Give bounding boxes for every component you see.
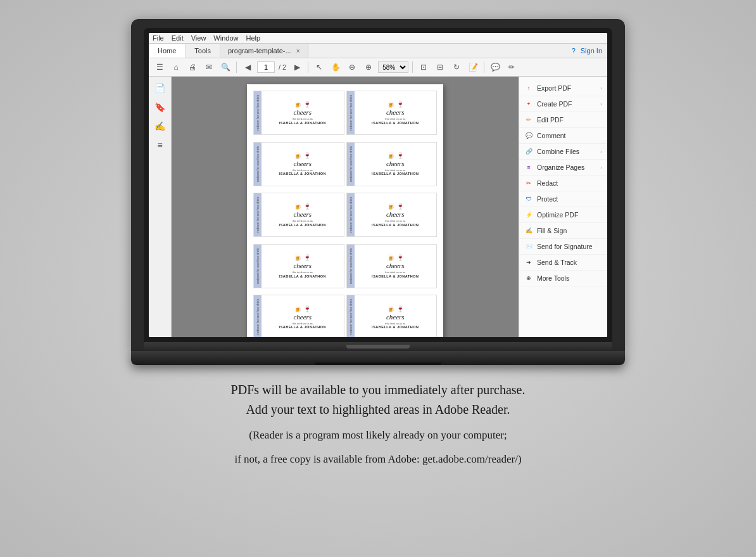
toolbar-next-page[interactable]: ▶ [290, 60, 304, 74]
laptop-screen: File Edit View Window Help Home Tools pr… [149, 33, 607, 337]
sign-in-btn[interactable]: Sign In [581, 47, 602, 54]
export-pdf-btn[interactable]: ↑ Export PDF › [519, 80, 607, 96]
toolbar-rotate[interactable]: ↻ [450, 60, 463, 74]
left-panel-bookmark-icon[interactable]: 🔖 [153, 99, 168, 115]
ticket-6-name: ISABELLA & JONATHON [372, 223, 419, 227]
ticket-5-side: redeem for one free drink [254, 193, 261, 236]
fill-sign-btn[interactable]: ✍ Fill & Sign [519, 223, 607, 239]
toolbar-sep-4 [484, 61, 484, 73]
toolbar-cursor[interactable]: ↖ [312, 60, 326, 74]
ticket-2: redeem for one free drink 🍺 🍷 cheers th [346, 91, 438, 135]
help-icon[interactable]: ? [572, 47, 576, 54]
protect-label: Protect [537, 195, 602, 203]
left-panel-page-icon[interactable]: 📄 [153, 80, 168, 96]
organize-pages-btn[interactable]: ≡ Organize Pages › [519, 160, 607, 176]
ticket-9-name: ISABELLA & JONATHON [279, 325, 326, 329]
more-tools-btn[interactable]: ⊕ More Tools [519, 271, 607, 286]
send-signature-btn[interactable]: 📨 Send for Signature [519, 239, 607, 255]
ticket-4-cheers: cheers [386, 160, 405, 167]
ticket-6-cheers: cheers [386, 211, 405, 218]
toolbar-pen[interactable]: ✏ [505, 60, 519, 74]
menu-edit[interactable]: Edit [172, 34, 184, 42]
ticket-6-icons: 🍺 🍷 [387, 203, 404, 210]
ticket-7-name: ISABELLA & JONATHON [279, 274, 326, 278]
send-track-btn[interactable]: ➜ Send & Track [519, 255, 607, 271]
below-line-3: (Reader is a program most likely already… [231, 427, 526, 444]
toolbar-annotation[interactable]: 📝 [466, 60, 480, 74]
tab-home[interactable]: Home [149, 44, 186, 58]
ticket-6: redeem for one free drink 🍺 🍷 cheers th [346, 193, 438, 237]
left-panel-layers-icon[interactable]: ≡ [153, 138, 168, 153]
acrobat-ui: File Edit View Window Help Home Tools pr… [149, 33, 607, 337]
tab-file[interactable]: program-template-... × [220, 44, 308, 58]
comment-icon: 💬 [524, 131, 533, 140]
tab-close-btn[interactable]: × [296, 48, 300, 54]
wine-icon: 🍷 [303, 101, 311, 108]
tab-tools[interactable]: Tools [186, 44, 220, 58]
toolbar-prev-page[interactable]: ◀ [241, 60, 255, 74]
toolbar-fit-page[interactable]: ⊡ [417, 60, 431, 74]
combine-files-btn[interactable]: 🔗 Combine Files › [519, 144, 607, 160]
toolbar-zoom-in[interactable]: ⊕ [362, 60, 375, 74]
ticket-10-main: 🍺 🍷 cheers this drink on us as ISABELLA … [355, 295, 437, 337]
toolbar-hand[interactable]: ✋ [329, 60, 343, 74]
tab-bar: Home Tools program-template-... × ? Sign… [149, 44, 607, 58]
page-total: / 2 [279, 63, 286, 71]
menu-view[interactable]: View [191, 34, 206, 42]
laptop-base [131, 351, 625, 365]
pdf-viewer[interactable]: redeem for one free drink 🍺 🍷 cheers th [172, 77, 519, 337]
wine-icon-2: 🍷 [396, 101, 404, 108]
ticket-10-icons: 🍺 🍷 [387, 305, 404, 312]
redact-label: Redact [537, 179, 602, 187]
toolbar-home[interactable]: ⌂ [169, 60, 183, 74]
edit-pdf-label: Edit PDF [537, 116, 602, 124]
beer-icon-10: 🍺 [387, 305, 394, 312]
create-pdf-btn[interactable]: + Create PDF › [519, 96, 607, 112]
tab-spacer [308, 44, 567, 58]
comment-btn[interactable]: 💬 Comment [519, 128, 607, 144]
menu-bar: File Edit View Window Help [149, 33, 607, 44]
combine-arrow: › [600, 149, 602, 155]
below-text-area: PDFs will be available to you immediatel… [193, 380, 564, 468]
wine-icon-5: 🍷 [303, 203, 311, 210]
redact-btn[interactable]: ✂ Redact [519, 176, 607, 191]
menu-help[interactable]: Help [246, 34, 260, 42]
wine-icon-8: 🍷 [396, 254, 404, 261]
create-pdf-arrow: › [600, 101, 602, 107]
zoom-select[interactable]: 58% 100% 150% [378, 61, 408, 73]
wine-icon-10: 🍷 [396, 305, 404, 312]
page-number-input[interactable] [257, 61, 275, 73]
toolbar-comment[interactable]: 💬 [488, 60, 502, 74]
menu-file[interactable]: File [153, 34, 164, 42]
create-pdf-icon: + [524, 99, 533, 108]
menu-window[interactable]: Window [213, 34, 238, 42]
beer-icon-3: 🍺 [294, 152, 301, 159]
toolbar: ☰ ⌂ 🖨 ✉ 🔍 ◀ / 2 ▶ ↖ ✋ ⊖ ⊕ [149, 58, 607, 77]
combine-icon: 🔗 [524, 147, 533, 156]
ticket-6-main: 🍺 🍷 cheers this drink on us as ISABELLA … [355, 193, 437, 236]
ticket-5-name: ISABELLA & JONATHON [279, 223, 326, 227]
toolbar-email[interactable]: ✉ [202, 60, 216, 74]
toolbar-print[interactable]: 🖨 [186, 60, 199, 74]
edit-pdf-btn[interactable]: ✏ Edit PDF [519, 112, 607, 128]
fill-sign-icon: ✍ [524, 226, 533, 235]
organize-icon: ≡ [524, 163, 533, 172]
ticket-8-name: ISABELLA & JONATHON [372, 274, 419, 278]
toolbar-thumbnail[interactable]: ☰ [153, 60, 167, 74]
beer-icon-7: 🍺 [294, 254, 301, 261]
ticket-8-cheers: cheers [386, 262, 405, 269]
ticket-7-side: redeem for one free drink [254, 245, 261, 288]
left-panel-signature-icon[interactable]: ✍ [153, 118, 168, 134]
laptop-hinge [346, 345, 410, 349]
wine-icon-7: 🍷 [303, 254, 311, 261]
ticket-4-main: 🍺 🍷 cheers this drink on us as ISABELLA … [355, 143, 437, 186]
optimize-btn[interactable]: ⚡ Optimize PDF [519, 207, 607, 223]
toolbar-fit-width[interactable]: ⊟ [433, 60, 447, 74]
toolbar-search[interactable]: 🔍 [218, 60, 232, 74]
below-line-1: PDFs will be available to you immediatel… [231, 380, 526, 400]
toolbar-zoom-out[interactable]: ⊖ [345, 60, 359, 74]
ticket-3-name: ISABELLA & JONATHON [279, 172, 326, 176]
ticket-7-cheers: cheers [293, 262, 312, 269]
main-area: 📄 🔖 ✍ ≡ redeem for one fr [149, 77, 607, 337]
protect-btn[interactable]: 🛡 Protect [519, 191, 607, 207]
